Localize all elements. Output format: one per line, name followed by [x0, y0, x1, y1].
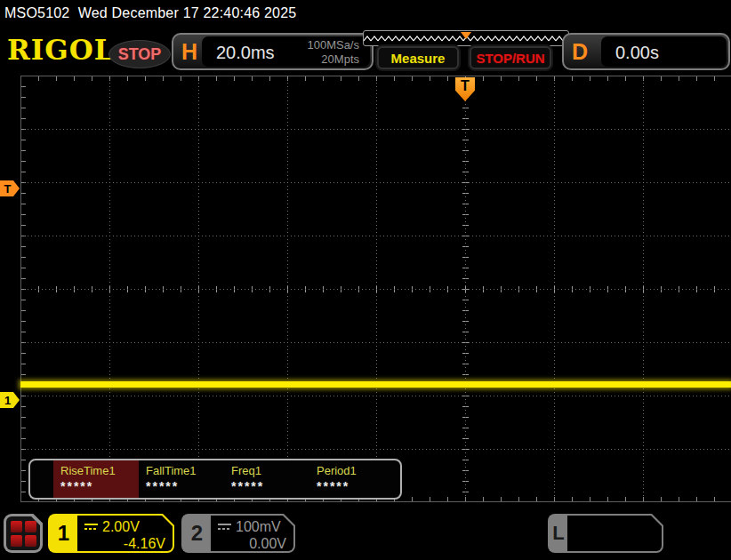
channel1-scale: 2.00V: [102, 518, 140, 535]
measurement-value: *****: [60, 479, 139, 493]
stop-run-button-label: STOP/RUN: [476, 51, 544, 66]
channel1-number: 1: [50, 516, 77, 551]
channel2-number: 2: [183, 516, 211, 551]
channel1-trace: [20, 381, 731, 388]
grid-line: [554, 76, 555, 502]
channel1-position-marker-label: 1: [4, 394, 11, 407]
logic-channels-badge[interactable]: L 0 1 2 3 4 5 6 7 8 9 1011 12131415: [548, 514, 663, 553]
horizontal-settings-box[interactable]: H 20.0ms 100MSa/s 20Mpts: [172, 33, 374, 70]
model-datetime-text: MSO5102 Wed December 17 22:40:46 2025: [4, 5, 296, 21]
waveform-memory-bar[interactable]: [363, 30, 569, 46]
trigger-position-marker-label: T: [461, 77, 470, 94]
channel2-offset: 0.00V: [218, 535, 286, 552]
grid-line: [20, 501, 731, 502]
trigger-level-marker[interactable]: T: [0, 180, 20, 196]
timebase-value: 20.0ms: [216, 43, 275, 63]
measurement-falltime[interactable]: FallTime1 *****: [139, 460, 224, 498]
trigger-position-indicator-icon[interactable]: [461, 32, 471, 39]
grid-line: [376, 76, 377, 502]
grid-line: [198, 76, 199, 502]
measurement-value: *****: [231, 479, 309, 493]
measurement-period[interactable]: Period1 *****: [309, 460, 395, 498]
grid-line: [20, 76, 21, 502]
dc-coupling-icon: [84, 523, 98, 531]
acquisition-info: 100MSa/s 20Mpts: [307, 38, 359, 67]
dc-coupling-icon: [218, 523, 231, 531]
measure-button-label: Measure: [391, 51, 446, 66]
logic-label: L: [550, 516, 567, 551]
trigger-level-marker-label: T: [4, 182, 12, 196]
channel2-badge[interactable]: 2 100mV 0.00V: [181, 514, 295, 553]
measurement-value: *****: [146, 479, 224, 493]
logic-channels-row1: 0 1 2 3 4 5 6 7: [574, 550, 658, 560]
grid-line: [109, 76, 110, 502]
stop-run-button[interactable]: STOP/RUN: [470, 46, 551, 69]
run-state-label: STOP: [118, 45, 162, 64]
channel1-position-marker[interactable]: 1: [0, 392, 20, 408]
grid-line: [465, 76, 466, 502]
measurement-risetime[interactable]: RiseTime1 *****: [53, 460, 139, 498]
measure-button[interactable]: Measure: [377, 46, 459, 69]
menu-grid-icon: [6, 516, 40, 550]
channel2-scale: 100mV: [236, 518, 281, 535]
channel1-offset: -4.16V: [84, 535, 165, 552]
delay-values: 0.00s: [601, 36, 727, 67]
measurement-panel: RiseTime1 ***** FallTime1 ***** Freq1 **…: [28, 459, 402, 500]
measurement-label: Period1: [317, 464, 395, 477]
measurement-freq[interactable]: Freq1 *****: [224, 460, 309, 498]
horizontal-label: H: [181, 39, 197, 65]
measurement-label: RiseTime1: [60, 464, 139, 477]
measurement-value: *****: [317, 479, 395, 493]
grid-line: [643, 76, 644, 502]
delay-label: D: [572, 39, 588, 65]
run-state-badge: STOP: [108, 40, 171, 68]
rigol-logo: RIGOL: [7, 34, 115, 66]
measurement-label: FallTime1: [146, 464, 224, 477]
graticule: T T 1: [0, 76, 731, 502]
measurement-label: Freq1: [231, 464, 309, 477]
oscilloscope-screen: MSO5102 Wed December 17 22:40:46 2025 RI…: [0, 0, 731, 560]
sample-rate: 100MSa/s: [307, 38, 359, 52]
delay-settings-box[interactable]: D 0.00s: [562, 33, 730, 70]
horizontal-values: 20.0ms 100MSa/s 20Mpts: [202, 36, 370, 67]
grid-line: [20, 76, 731, 76]
trigger-position-marker[interactable]: T: [455, 77, 475, 101]
channel1-badge[interactable]: 1 2.00V -4.16V: [48, 514, 174, 553]
memory-depth: 20Mpts: [307, 52, 359, 67]
delay-value: 0.00s: [615, 43, 659, 63]
grid-line: [287, 76, 288, 502]
menu-grid-button[interactable]: [4, 514, 43, 553]
